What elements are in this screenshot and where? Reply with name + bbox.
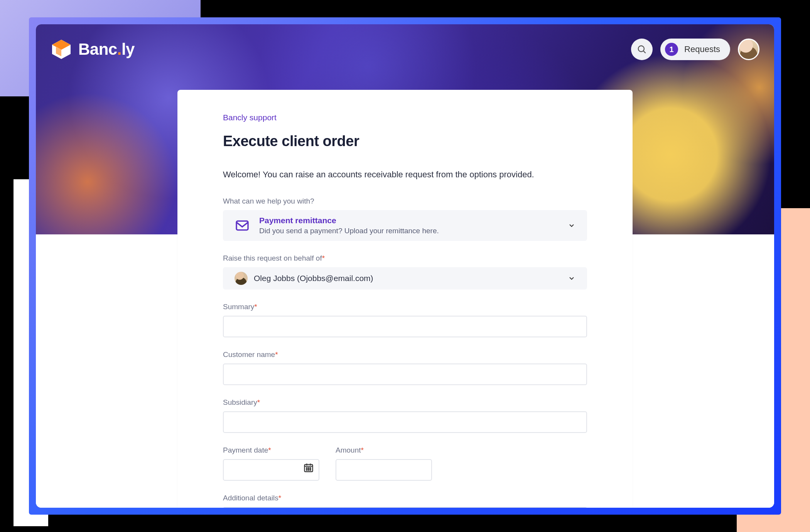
amount-input[interactable] — [336, 459, 432, 481]
requests-button[interactable]: 1 Requests — [660, 39, 730, 60]
behalf-person-name: Oleg Jobbs (Ojobbs@email.com) — [254, 274, 373, 283]
behalf-of-select[interactable]: Oleg Jobbs (Ojobbs@email.com) — [223, 267, 587, 290]
app-window: Banc.ly 1 Requests — [36, 24, 774, 508]
subsidiary-label: Subsidiary* — [223, 398, 587, 407]
help-with-label: What can we help you with? — [223, 197, 587, 205]
brand-name: Banc.ly — [78, 40, 135, 59]
svg-line-5 — [643, 51, 645, 53]
svg-point-4 — [638, 46, 644, 52]
requests-count-badge: 1 — [665, 43, 678, 56]
user-avatar[interactable] — [738, 39, 759, 60]
help-option-select[interactable]: Payment remittance Did you send a paymen… — [223, 210, 587, 241]
customer-name-label: Customer name* — [223, 350, 587, 359]
search-icon — [637, 44, 647, 54]
additional-details-input[interactable] — [223, 507, 587, 508]
behalf-of-label: Raise this request on behalf of* — [223, 254, 587, 263]
customer-name-input[interactable] — [223, 364, 587, 385]
topbar: Banc.ly 1 Requests — [36, 24, 774, 74]
summary-input[interactable] — [223, 316, 587, 337]
subsidiary-input[interactable] — [223, 411, 587, 433]
help-option-subtitle: Did you send a payment? Upload your remi… — [259, 227, 439, 235]
amount-label: Amount* — [336, 446, 432, 455]
intro-text: Welcome! You can raise an accounts recei… — [223, 168, 587, 181]
mail-icon — [235, 218, 250, 233]
chevron-down-icon — [568, 222, 575, 229]
svg-rect-6 — [236, 221, 248, 230]
payment-date-input[interactable] — [223, 459, 319, 481]
behalf-person-avatar — [235, 272, 248, 285]
requests-label: Requests — [684, 44, 720, 54]
payment-date-label: Payment date* — [223, 446, 319, 455]
help-option-title: Payment remittance — [259, 216, 439, 225]
search-button[interactable] — [631, 39, 653, 60]
page-title: Execute client order — [223, 133, 587, 150]
brand[interactable]: Banc.ly — [51, 39, 135, 60]
additional-details-label: Additional details* — [223, 494, 587, 502]
breadcrumb-link[interactable]: Bancly support — [223, 113, 277, 122]
form-card: Bancly support Execute client order Welc… — [177, 90, 633, 508]
chevron-down-icon — [568, 274, 575, 282]
summary-label: Summary* — [223, 303, 587, 311]
brand-logo-icon — [51, 39, 72, 60]
outer-frame: Banc.ly 1 Requests — [29, 17, 781, 515]
